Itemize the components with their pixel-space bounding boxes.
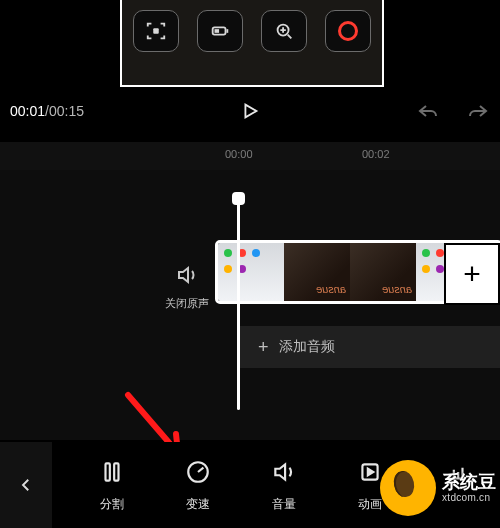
volume-icon <box>270 458 298 486</box>
time-display: 00:01/00:15 <box>10 103 84 119</box>
playhead[interactable] <box>237 200 240 410</box>
record-icon[interactable] <box>325 10 371 52</box>
undo-button[interactable] <box>416 99 440 123</box>
ruler-tick: 00:02 <box>362 148 390 160</box>
svg-rect-3 <box>226 29 228 33</box>
time-duration: 00:15 <box>49 103 84 119</box>
watermark: 系统豆 xtdcom.cn <box>380 460 496 516</box>
watermark-title: 系统豆 <box>442 473 496 493</box>
mute-original-label: 关闭原声 <box>165 297 209 309</box>
tool-split[interactable]: 分割 <box>72 458 152 513</box>
watermark-url: xtdcom.cn <box>442 492 496 503</box>
clip-thumbnail <box>218 243 284 301</box>
ruler-tick: 00:00 <box>225 148 253 160</box>
add-clip-button[interactable]: + <box>444 243 500 305</box>
preview-overlay-buttons <box>122 10 382 52</box>
timeline-area[interactable] <box>0 170 500 440</box>
tool-label: 音量 <box>244 496 324 513</box>
video-preview[interactable] <box>120 0 384 87</box>
clip-thumbnail <box>350 243 416 301</box>
battery-icon[interactable] <box>197 10 243 52</box>
play-button[interactable] <box>239 100 261 122</box>
svg-rect-5 <box>106 463 110 480</box>
svg-rect-6 <box>114 463 118 480</box>
tool-label: 分割 <box>72 496 152 513</box>
tool-speed[interactable]: 变速 <box>158 458 238 513</box>
tool-label: 变速 <box>158 496 238 513</box>
mute-original-button[interactable]: 关闭原声 <box>159 263 215 311</box>
add-audio-label: 添加音频 <box>279 338 335 356</box>
tool-volume[interactable]: 音量 <box>244 458 324 513</box>
watermark-logo <box>380 460 436 516</box>
back-button[interactable] <box>0 442 52 528</box>
svg-rect-2 <box>215 29 220 33</box>
qr-scan-icon[interactable] <box>133 10 179 52</box>
svg-rect-0 <box>153 28 159 34</box>
add-audio-track[interactable]: + 添加音频 <box>240 326 500 368</box>
timeline-ruler[interactable]: 00:00 00:02 <box>0 142 500 170</box>
clip-thumbnail <box>284 243 350 301</box>
split-icon <box>98 458 126 486</box>
playback-bar: 00:01/00:15 <box>10 99 490 123</box>
zoom-in-icon[interactable] <box>261 10 307 52</box>
speed-gauge-icon <box>184 458 212 486</box>
time-current: 00:01 <box>10 103 45 119</box>
plus-icon: + <box>258 338 269 356</box>
redo-button[interactable] <box>466 99 490 123</box>
app-root: 00:01/00:15 00:00 00:02 关闭原声 14.5s + + 添… <box>0 0 500 528</box>
